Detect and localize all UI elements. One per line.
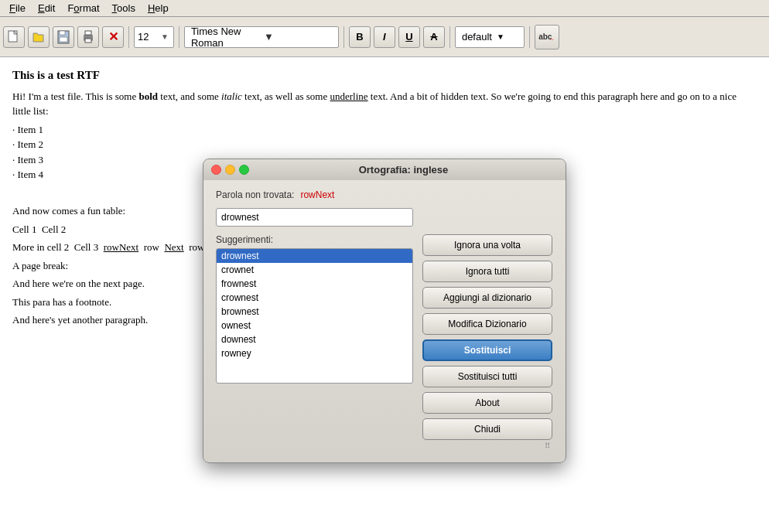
strikethrough-button[interactable]: A: [423, 26, 445, 48]
add-to-dict-button[interactable]: Aggiungi al dizionario: [422, 287, 552, 309]
font-size-input[interactable]: 12: [138, 31, 159, 43]
about-button[interactable]: About: [422, 392, 552, 414]
dialog-titlebar: Ortografia: inglese: [203, 159, 566, 180]
style-label: default: [462, 31, 492, 43]
modify-dict-button[interactable]: Modifica Dizionario: [422, 313, 552, 335]
suggestion-item[interactable]: drownest: [217, 249, 412, 263]
toolbar-separator-4: [449, 26, 450, 48]
toolbar: ✕ 12 ▼ Times New Roman ▼ B I U A default…: [0, 17, 769, 57]
document-title: This is a test RTF: [12, 66, 757, 84]
print-button[interactable]: [77, 26, 99, 48]
underline-button[interactable]: U: [398, 26, 420, 48]
suggestion-item[interactable]: crownet: [217, 263, 412, 277]
dialog-title: Ortografia: inglese: [249, 164, 558, 176]
menu-edit[interactable]: Edit: [32, 1, 61, 15]
replace-button[interactable]: Sostituisci: [422, 339, 552, 361]
svg-rect-5: [60, 37, 67, 42]
not-found-row: Parola non trovata: rowNext: [216, 189, 553, 200]
menubar: File Edit Format Tools Help: [0, 0, 769, 17]
suggestion-item[interactable]: rowney: [217, 346, 412, 360]
menu-format[interactable]: Format: [61, 1, 105, 15]
replace-all-button[interactable]: Sostituisci tutti: [422, 366, 552, 387]
ignore-all-button[interactable]: Ignora tutti: [422, 261, 552, 282]
intro-paragraph: Hi! I'm a test file. This is some bold t…: [12, 89, 757, 119]
save-button[interactable]: [53, 26, 74, 48]
toolbar-separator-2: [179, 26, 179, 48]
close-traffic-light[interactable]: [211, 165, 221, 175]
svg-rect-7: [85, 31, 91, 35]
menu-help[interactable]: Help: [142, 1, 175, 15]
menu-file[interactable]: File: [3, 1, 32, 15]
spell-check-underline-icon: ~: [550, 36, 553, 43]
suggestions-panel: Suggerimenti: drownest crownet frownest …: [216, 234, 413, 440]
font-family-selector[interactable]: Times New Roman ▼: [184, 26, 339, 48]
resize-handle[interactable]: ⠿: [216, 440, 553, 452]
dialog-left-panel: [216, 208, 413, 227]
suggestion-item[interactable]: brownest: [217, 305, 412, 319]
bold-text: bold: [139, 90, 159, 102]
open-button[interactable]: [28, 26, 50, 48]
suggestion-item[interactable]: ownest: [217, 319, 412, 332]
dialog-action-buttons: Ignora una volta Ignora tutti Aggiungi a…: [422, 234, 552, 440]
replacement-input[interactable]: [216, 208, 413, 227]
suggestion-item[interactable]: crownest: [217, 291, 412, 305]
font-size-arrow[interactable]: ▼: [159, 32, 170, 41]
italic-button[interactable]: I: [374, 26, 395, 48]
menu-tools[interactable]: Tools: [106, 1, 142, 15]
minimize-traffic-light[interactable]: [225, 165, 235, 175]
suggestions-list[interactable]: drownest crownet frownest crownest brown…: [216, 248, 413, 384]
toolbar-separator-1: [128, 26, 129, 48]
toolbar-separator-3: [343, 26, 344, 48]
close-dialog-button[interactable]: Chiudi: [422, 418, 552, 440]
style-dropdown-arrow[interactable]: ▼: [497, 32, 504, 41]
toolbar-separator-5: [529, 26, 530, 48]
spell-check-button[interactable]: abc ~: [535, 25, 559, 49]
italic-text: italic: [221, 90, 242, 102]
bold-button[interactable]: B: [349, 26, 371, 48]
suggestion-item[interactable]: downest: [217, 332, 412, 346]
list-item: Item 1: [12, 122, 757, 138]
suggestion-item[interactable]: frownest: [217, 277, 412, 291]
spell-check-dialog: Ortografia: inglese Parola non trovata: …: [203, 159, 566, 463]
not-found-word: rowNext: [300, 189, 334, 200]
style-selector[interactable]: default ▼: [455, 26, 525, 48]
replacement-input-row: [216, 208, 553, 227]
maximize-traffic-light[interactable]: [239, 165, 249, 175]
close-button[interactable]: ✕: [102, 26, 124, 48]
ignore-once-button[interactable]: Ignora una volta: [422, 234, 552, 256]
traffic-lights: [211, 165, 249, 175]
svg-rect-4: [60, 31, 65, 35]
font-family-dropdown-arrow[interactable]: ▼: [264, 31, 332, 43]
suggestions-label: Suggerimenti:: [216, 234, 413, 245]
not-found-label: Parola non trovata:: [216, 189, 294, 200]
dialog-body: Parola non trovata: rowNext Suggerimenti…: [203, 180, 566, 462]
font-family-label: Times New Roman: [191, 26, 259, 49]
svg-rect-8: [85, 39, 91, 43]
list-item: Item 2: [12, 137, 757, 152]
dialog-main-content: Suggerimenti: drownest crownet frownest …: [216, 234, 553, 440]
underline-text: underline: [330, 90, 368, 102]
new-button[interactable]: [3, 26, 25, 48]
font-size-selector[interactable]: 12 ▼: [134, 26, 174, 48]
